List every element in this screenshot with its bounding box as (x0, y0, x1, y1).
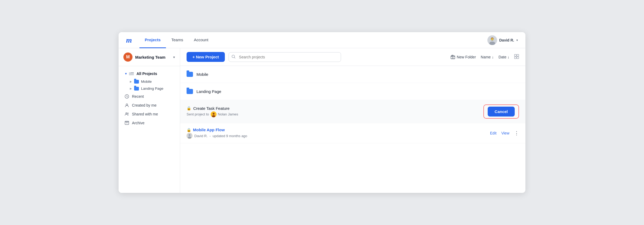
folder-arrow: ▶ (130, 80, 132, 83)
svg-point-12 (127, 113, 128, 114)
row-content: Mobile (187, 72, 519, 77)
user-icon (124, 103, 129, 108)
folder-label: Mobile (141, 80, 152, 84)
all-projects-arrow: ▼ (124, 72, 127, 75)
sidebar-folder-landing[interactable]: ▶ Landing Page (126, 85, 178, 92)
tab-projects[interactable]: Projects (139, 32, 166, 48)
svg-rect-14 (125, 121, 129, 122)
project-name-link[interactable]: Mobile App Flow (193, 128, 225, 132)
team-chevron: ▾ (173, 55, 175, 59)
app-logo: m (126, 36, 132, 44)
svg-rect-21 (517, 57, 519, 59)
user-menu[interactable]: David R. ▾ (487, 35, 518, 45)
table-row: 🔒 Create Task Feature Sent project to No… (180, 100, 525, 123)
sidebar-item-label: Archive (132, 121, 145, 125)
folder-icon-mobile (134, 80, 139, 84)
main-layout: M Marketing Team ▾ ▼ All Projects ▶ (119, 48, 525, 193)
recipient-name: Nolan James (218, 112, 238, 116)
clock-icon (124, 94, 129, 99)
project-name[interactable]: Create Task Feature (193, 106, 230, 111)
svg-point-11 (126, 113, 127, 114)
avatar-small (211, 111, 217, 117)
table-row: Mobile (180, 66, 525, 83)
all-projects-folder-icon (129, 71, 134, 76)
table-row: 🔒 Mobile App Flow David R. - updated 9 m… (180, 123, 525, 143)
sort-date-button[interactable]: Date ↓ (498, 55, 509, 59)
svg-rect-13 (125, 122, 129, 125)
new-folder-button[interactable]: New Folder (451, 55, 476, 59)
owner-name: David R. (194, 134, 208, 138)
avatar (487, 35, 497, 45)
archive-icon (124, 121, 129, 125)
more-options-button[interactable]: ⋮ (514, 130, 519, 136)
svg-point-5 (493, 39, 493, 39)
tab-account[interactable]: Account (188, 32, 214, 48)
svg-rect-20 (514, 57, 516, 59)
project-title-row: 🔒 Mobile App Flow (187, 128, 247, 132)
svg-point-26 (189, 134, 191, 136)
new-folder-label: New Folder (457, 55, 476, 59)
svg-rect-18 (514, 54, 516, 56)
sort-name-arrow: ↓ (492, 55, 494, 59)
sidebar-item-label: Created by me (132, 103, 157, 107)
folder-name[interactable]: Mobile (196, 72, 208, 77)
sort-date-label: Date (498, 55, 506, 59)
nav-tabs: Projects Teams Account (139, 32, 487, 48)
row-actions: Edit View ⋮ (490, 130, 519, 136)
project-info: 🔒 Mobile App Flow David R. - updated 9 m… (187, 128, 490, 139)
svg-rect-8 (129, 72, 131, 73)
sidebar-item-label: Recent (132, 94, 144, 99)
sidebar-item-label: Shared with me (132, 112, 158, 116)
svg-point-24 (212, 115, 215, 117)
svg-rect-19 (517, 54, 519, 56)
folder-icon (187, 72, 193, 77)
folder-name[interactable]: Landing Page (196, 89, 221, 94)
sidebar-nav: ▼ All Projects ▶ Mobile ▶ (119, 66, 180, 193)
owner-avatar (187, 133, 192, 139)
svg-point-23 (213, 113, 214, 115)
project-title: 🔒 Create Task Feature (187, 106, 483, 111)
row-content: Landing Page (187, 89, 519, 94)
cancel-highlight-box: Cancel (483, 104, 519, 119)
project-details: 🔒 Mobile App Flow David R. - updated 9 m… (187, 128, 247, 139)
project-subtitle: Sent project to Nolan James (187, 111, 483, 117)
lock-icon: 🔒 (187, 106, 191, 110)
view-button[interactable]: View (501, 131, 509, 135)
team-icon: M (123, 52, 132, 62)
folder-icon-landing (134, 87, 139, 91)
svg-point-4 (491, 39, 492, 39)
team-name: Marketing Team (135, 55, 171, 59)
sidebar-item-shared-with-me[interactable]: Shared with me (120, 110, 178, 118)
search-icon (232, 55, 236, 59)
folder-icon (187, 89, 193, 94)
search-input[interactable] (229, 52, 341, 62)
sort-name-label: Name (481, 55, 491, 59)
cancel-button[interactable]: Cancel (488, 107, 515, 117)
top-nav: m Projects Teams Account (119, 32, 525, 48)
sidebar-item-recent[interactable]: Recent (120, 92, 178, 101)
sidebar-item-archive[interactable]: Archive (120, 119, 178, 127)
sidebar-item-created-by-me[interactable]: Created by me (120, 101, 178, 110)
team-selector[interactable]: M Marketing Team ▾ (119, 48, 180, 66)
edit-button[interactable]: Edit (490, 131, 497, 135)
folder-label: Landing Page (141, 87, 163, 91)
svg-point-10 (126, 104, 128, 106)
sort-name-button[interactable]: Name ↓ (481, 55, 494, 59)
tab-teams[interactable]: Teams (166, 32, 188, 48)
all-projects-label: All Projects (137, 72, 157, 76)
toolbar-right: New Folder Name ↓ Date ↓ (451, 54, 519, 60)
sort-date-arrow: ↓ (507, 55, 509, 59)
updated-text: updated 9 months ago (213, 134, 247, 138)
search-box (229, 52, 341, 62)
users-icon (124, 112, 129, 117)
new-project-button[interactable]: + New Project (187, 52, 225, 62)
shared-project-info: 🔒 Create Task Feature Sent project to No… (187, 106, 483, 117)
sidebar-item-all-projects[interactable]: ▼ All Projects (120, 69, 178, 78)
content-area: + New Project New Folder Name ↓ (180, 48, 525, 193)
recipient-avatar: Nolan James (211, 111, 238, 117)
lock-icon: 🔒 (187, 128, 191, 132)
content-toolbar: + New Project New Folder Name ↓ (180, 48, 525, 66)
sidebar-folder-mobile[interactable]: ▶ Mobile (126, 78, 178, 85)
user-chevron: ▾ (516, 38, 518, 42)
grid-view-icon[interactable] (514, 54, 519, 60)
